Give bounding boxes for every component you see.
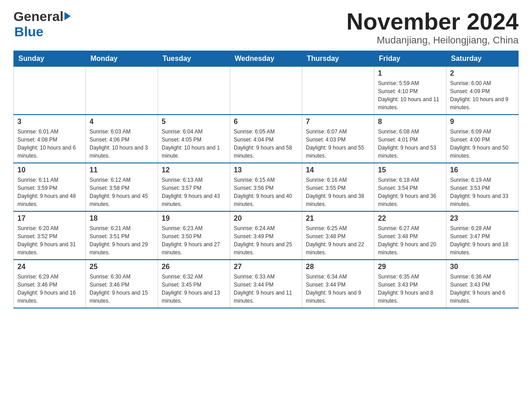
calendar-cell: 5Sunrise: 6:04 AM Sunset: 4:05 PM Daylig… [158, 115, 230, 163]
calendar-cell: 28Sunrise: 6:34 AM Sunset: 3:44 PM Dayli… [302, 260, 374, 308]
day-info: Sunrise: 5:59 AM Sunset: 4:10 PM Dayligh… [378, 79, 442, 111]
day-info: Sunrise: 6:34 AM Sunset: 3:44 PM Dayligh… [306, 273, 370, 305]
calendar-cell: 30Sunrise: 6:36 AM Sunset: 3:43 PM Dayli… [446, 260, 519, 308]
calendar-cell: 4Sunrise: 6:03 AM Sunset: 4:06 PM Daylig… [86, 115, 158, 163]
weekday-header-sunday: Sunday [14, 51, 86, 67]
day-number: 14 [306, 166, 370, 174]
day-info: Sunrise: 6:09 AM Sunset: 4:00 PM Dayligh… [450, 128, 515, 160]
calendar-cell: 1Sunrise: 5:59 AM Sunset: 4:10 PM Daylig… [374, 67, 446, 115]
calendar-cell: 14Sunrise: 6:16 AM Sunset: 3:55 PM Dayli… [302, 163, 374, 211]
day-info: Sunrise: 6:12 AM Sunset: 3:58 PM Dayligh… [90, 176, 154, 208]
day-number: 22 [378, 214, 442, 223]
day-number: 11 [90, 166, 154, 174]
day-info: Sunrise: 6:07 AM Sunset: 4:03 PM Dayligh… [306, 128, 370, 160]
day-number: 2 [450, 69, 515, 77]
calendar-cell: 25Sunrise: 6:30 AM Sunset: 3:46 PM Dayli… [86, 260, 158, 308]
day-number: 27 [234, 263, 298, 271]
calendar-cell: 9Sunrise: 6:09 AM Sunset: 4:00 PM Daylig… [446, 115, 519, 163]
day-info: Sunrise: 6:03 AM Sunset: 4:06 PM Dayligh… [90, 128, 154, 160]
calendar-cell: 2Sunrise: 6:00 AM Sunset: 4:09 PM Daylig… [446, 67, 519, 115]
calendar-cell: 10Sunrise: 6:11 AM Sunset: 3:59 PM Dayli… [14, 163, 86, 211]
calendar-cell: 22Sunrise: 6:27 AM Sunset: 3:48 PM Dayli… [374, 211, 446, 260]
day-info: Sunrise: 6:32 AM Sunset: 3:45 PM Dayligh… [162, 273, 226, 305]
calendar-cell: 12Sunrise: 6:13 AM Sunset: 3:57 PM Dayli… [158, 163, 230, 211]
day-info: Sunrise: 6:15 AM Sunset: 3:56 PM Dayligh… [234, 176, 298, 208]
calendar-cell: 19Sunrise: 6:23 AM Sunset: 3:50 PM Dayli… [158, 211, 230, 260]
day-number: 3 [17, 118, 82, 126]
day-info: Sunrise: 6:04 AM Sunset: 4:05 PM Dayligh… [162, 128, 226, 160]
weekday-header-friday: Friday [374, 51, 446, 67]
calendar-cell [14, 67, 86, 115]
day-info: Sunrise: 6:29 AM Sunset: 3:46 PM Dayligh… [17, 273, 82, 305]
calendar-cell: 7Sunrise: 6:07 AM Sunset: 4:03 PM Daylig… [302, 115, 374, 163]
day-number: 7 [306, 118, 370, 126]
logo-blue: Blue [14, 24, 43, 39]
calendar-cell: 8Sunrise: 6:08 AM Sunset: 4:01 PM Daylig… [374, 115, 446, 163]
day-number: 21 [306, 214, 370, 223]
title-block: November 2024 Mudanjiang, Heilongjiang, … [347, 9, 519, 46]
calendar-cell: 21Sunrise: 6:25 AM Sunset: 3:48 PM Dayli… [302, 211, 374, 260]
calendar-cell [86, 67, 158, 115]
logo-arrow-icon [64, 12, 71, 20]
day-number: 5 [162, 118, 226, 126]
calendar-title: November 2024 [347, 9, 519, 34]
day-number: 19 [162, 214, 226, 223]
calendar-cell: 29Sunrise: 6:35 AM Sunset: 3:43 PM Dayli… [374, 260, 446, 308]
calendar-week-1: 1Sunrise: 5:59 AM Sunset: 4:10 PM Daylig… [14, 67, 519, 115]
calendar-cell: 16Sunrise: 6:19 AM Sunset: 3:53 PM Dayli… [446, 163, 519, 211]
day-info: Sunrise: 6:28 AM Sunset: 3:47 PM Dayligh… [450, 224, 515, 257]
day-info: Sunrise: 6:25 AM Sunset: 3:48 PM Dayligh… [306, 224, 370, 257]
logo-general: General [13, 9, 64, 24]
day-number: 13 [234, 166, 298, 174]
day-number: 1 [378, 69, 442, 77]
weekday-header-thursday: Thursday [302, 51, 374, 67]
calendar-cell: 6Sunrise: 6:05 AM Sunset: 4:04 PM Daylig… [230, 115, 302, 163]
calendar-cell: 15Sunrise: 6:18 AM Sunset: 3:54 PM Dayli… [374, 163, 446, 211]
calendar-cell: 3Sunrise: 6:01 AM Sunset: 4:08 PM Daylig… [14, 115, 86, 163]
weekday-header-row: SundayMondayTuesdayWednesdayThursdayFrid… [14, 51, 519, 67]
day-info: Sunrise: 6:20 AM Sunset: 3:52 PM Dayligh… [17, 224, 82, 257]
day-info: Sunrise: 6:33 AM Sunset: 3:44 PM Dayligh… [234, 273, 298, 305]
day-number: 25 [90, 263, 154, 271]
day-info: Sunrise: 6:35 AM Sunset: 3:43 PM Dayligh… [378, 273, 442, 305]
calendar-cell [230, 67, 302, 115]
calendar-cell [302, 67, 374, 115]
day-info: Sunrise: 6:01 AM Sunset: 4:08 PM Dayligh… [17, 128, 82, 160]
calendar-cell: 18Sunrise: 6:21 AM Sunset: 3:51 PM Dayli… [86, 211, 158, 260]
day-number: 29 [378, 263, 442, 271]
day-number: 17 [17, 214, 82, 223]
day-number: 26 [162, 263, 226, 271]
day-number: 4 [90, 118, 154, 126]
calendar-week-3: 10Sunrise: 6:11 AM Sunset: 3:59 PM Dayli… [14, 163, 519, 211]
calendar-subtitle: Mudanjiang, Heilongjiang, China [347, 34, 519, 46]
calendar-cell: 24Sunrise: 6:29 AM Sunset: 3:46 PM Dayli… [14, 260, 86, 308]
calendar-cell: 26Sunrise: 6:32 AM Sunset: 3:45 PM Dayli… [158, 260, 230, 308]
calendar-cell: 13Sunrise: 6:15 AM Sunset: 3:56 PM Dayli… [230, 163, 302, 211]
day-number: 12 [162, 166, 226, 174]
day-number: 9 [450, 118, 515, 126]
day-number: 24 [17, 263, 82, 271]
day-number: 15 [378, 166, 442, 174]
header: General Blue November 2024 Mudanjiang, H… [13, 9, 519, 46]
day-info: Sunrise: 6:16 AM Sunset: 3:55 PM Dayligh… [306, 176, 370, 208]
day-info: Sunrise: 6:36 AM Sunset: 3:43 PM Dayligh… [450, 273, 515, 305]
day-info: Sunrise: 6:18 AM Sunset: 3:54 PM Dayligh… [378, 176, 442, 208]
calendar-week-5: 24Sunrise: 6:29 AM Sunset: 3:46 PM Dayli… [14, 260, 519, 308]
calendar-week-2: 3Sunrise: 6:01 AM Sunset: 4:08 PM Daylig… [14, 115, 519, 163]
calendar-cell: 11Sunrise: 6:12 AM Sunset: 3:58 PM Dayli… [86, 163, 158, 211]
calendar-cell: 17Sunrise: 6:20 AM Sunset: 3:52 PM Dayli… [14, 211, 86, 260]
day-number: 16 [450, 166, 515, 174]
day-info: Sunrise: 6:13 AM Sunset: 3:57 PM Dayligh… [162, 176, 226, 208]
day-info: Sunrise: 6:23 AM Sunset: 3:50 PM Dayligh… [162, 224, 226, 257]
day-info: Sunrise: 6:05 AM Sunset: 4:04 PM Dayligh… [234, 128, 298, 160]
day-info: Sunrise: 6:24 AM Sunset: 3:49 PM Dayligh… [234, 224, 298, 257]
day-info: Sunrise: 6:08 AM Sunset: 4:01 PM Dayligh… [378, 128, 442, 160]
weekday-header-monday: Monday [86, 51, 158, 67]
day-info: Sunrise: 6:27 AM Sunset: 3:48 PM Dayligh… [378, 224, 442, 257]
day-info: Sunrise: 6:00 AM Sunset: 4:09 PM Dayligh… [450, 79, 515, 111]
day-number: 20 [234, 214, 298, 223]
calendar-week-4: 17Sunrise: 6:20 AM Sunset: 3:52 PM Dayli… [14, 211, 519, 260]
weekday-header-wednesday: Wednesday [230, 51, 302, 67]
calendar-cell [158, 67, 230, 115]
logo: General Blue [13, 9, 71, 39]
